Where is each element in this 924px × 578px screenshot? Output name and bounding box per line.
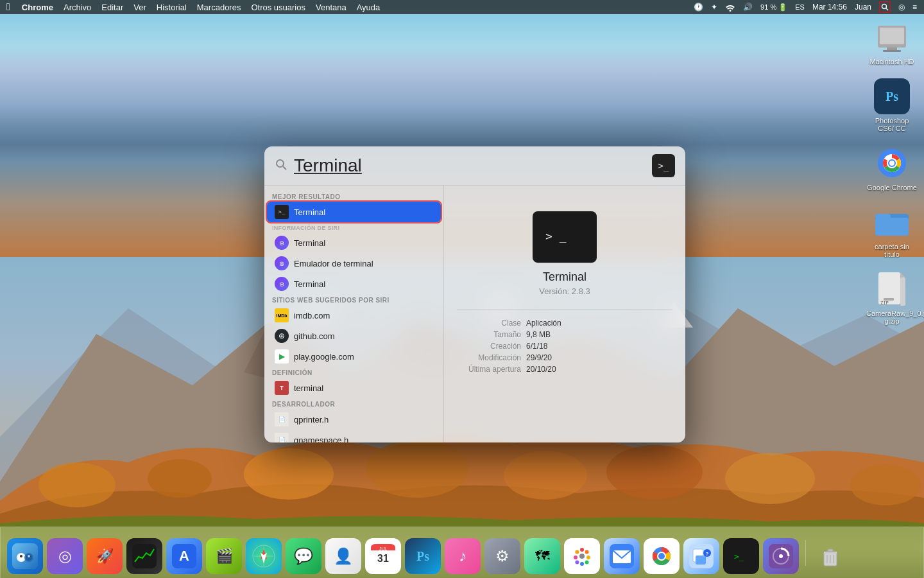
svg-point-60	[585, 550, 589, 554]
svg-point-62	[585, 561, 589, 565]
result-siri-label-3: Terminal	[294, 279, 325, 289]
dock-messages[interactable]: 💬 Mensajes	[286, 538, 321, 574]
bluetooth-icon[interactable]: ✦	[708, 0, 721, 14]
dock-istat[interactable]: iStatistica	[763, 538, 799, 574]
siri-button[interactable]: ◎	[895, 0, 908, 14]
menu-marcadores[interactable]: Marcadores	[192, 0, 246, 14]
desktop-icon-photoshop[interactable]: Ps Photoshop CS6/ CC	[866, 78, 918, 132]
time-machine-icon[interactable]: 🕐	[690, 0, 706, 14]
dock-safari[interactable]: Safari	[246, 538, 282, 574]
result-qnamespace[interactable]: 📄 qnamespace.h	[267, 430, 441, 442]
zip-icon: ZIP	[874, 271, 910, 307]
svg-rect-26	[875, 218, 909, 236]
dock-photos[interactable]: Fotos	[564, 538, 600, 574]
dock-terminal[interactable]: >_ Terminal	[723, 538, 759, 574]
dock-stocks[interactable]: Stocks	[126, 538, 162, 574]
svg-point-32	[277, 160, 284, 167]
apple-menu[interactable]: 	[0, 0, 17, 14]
dock-appstore[interactable]: A App Store	[166, 538, 202, 574]
language-flag[interactable]: ES	[792, 0, 808, 14]
photoshop-label: Photoshop CS6/ CC	[866, 117, 918, 132]
preview-app-icon: > _	[533, 211, 597, 263]
preview-row-created: Creación 6/1/18	[457, 340, 672, 352]
svg-point-42	[20, 555, 22, 557]
svg-point-43	[28, 555, 30, 557]
desktop-icon-cameraraw[interactable]: ZIP CameraRaw_9_0.p g.zip	[866, 271, 918, 325]
menu-archivo[interactable]: Archivo	[58, 0, 96, 14]
dock-siri[interactable]: ◎ Siri	[47, 538, 83, 574]
macintosh-hd-label: Macintosh HD	[869, 58, 914, 66]
menu-ventana[interactable]: Ventana	[311, 0, 352, 14]
dock-imovie[interactable]: 🎬 iMovie	[206, 538, 242, 574]
menubar:  Chrome Archivo Editar Ver Historial Ma…	[0, 0, 924, 14]
result-play-google[interactable]: ▶ play.google.com	[267, 346, 441, 367]
dock-chrome[interactable]: Chrome	[644, 538, 680, 574]
menu-ver[interactable]: Ver	[128, 0, 151, 14]
svg-text:?: ?	[706, 551, 709, 557]
spotlight-search-button[interactable]	[876, 0, 894, 14]
preview-key-class: Clase	[457, 319, 521, 328]
best-result-label: MEJOR RESULTADO	[264, 191, 443, 202]
battery-status[interactable]: 91 % 🔋	[757, 0, 791, 14]
result-terminal-best[interactable]: >_ Terminal	[267, 202, 441, 222]
result-imdb[interactable]: IMDb imdb.com	[267, 305, 441, 326]
dock-photoshop[interactable]: Ps Photoshop	[405, 538, 441, 574]
svg-point-82	[779, 554, 783, 558]
dock: Finder ◎ Siri 🚀 Launchpad Stocks A App S…	[0, 527, 924, 578]
result-siri-icon-3: ⊛	[275, 277, 289, 291]
wifi-icon[interactable]	[722, 0, 739, 14]
desktop-icon-chrome[interactable]: Google Chrome	[866, 145, 918, 191]
result-imdb-icon: IMDb	[275, 308, 289, 322]
result-qprinter[interactable]: 📄 qprinter.h	[267, 409, 441, 430]
siri-info-label: INFORMACIÓN DE SIRI	[264, 222, 443, 232]
result-qnamespace-label: qnamespace.h	[294, 435, 348, 443]
app-name[interactable]: Chrome	[17, 0, 58, 14]
result-siri-terminal-3[interactable]: ⊛ Terminal	[267, 274, 441, 294]
dock-trash[interactable]: Papelera	[812, 538, 848, 574]
volume-icon[interactable]: 🔊	[740, 0, 756, 14]
desktop-icon-macintosh-hd[interactable]: Macintosh HD	[866, 19, 918, 66]
result-siri-terminal-1[interactable]: ⊛ Terminal	[267, 232, 441, 253]
svg-rect-29	[900, 277, 905, 306]
result-play-icon: ▶	[275, 349, 289, 363]
svg-text:>_: >_	[734, 552, 744, 561]
dock-prefs[interactable]: ⚙ Preferencias	[484, 538, 520, 574]
result-def-terminal[interactable]: T terminal	[267, 378, 441, 398]
control-center[interactable]: ≡	[909, 0, 920, 14]
menu-ayuda[interactable]: Ayuda	[352, 0, 386, 14]
result-github-icon: ⊕	[275, 329, 289, 343]
result-qnamespace-icon: 📄	[275, 433, 289, 442]
result-siri-icon-2: ⊛	[275, 256, 289, 270]
svg-point-58	[579, 554, 585, 559]
dock-launchpad[interactable]: 🚀 Launchpad	[87, 538, 123, 574]
result-terminal-icon: >_	[275, 205, 289, 219]
result-siri-terminal-2[interactable]: ⊛ Emulador de terminal	[267, 253, 441, 274]
desktop-icon-folder[interactable]: carpeta sin título	[866, 204, 918, 258]
preview-val-size: 9,8 MB	[521, 330, 672, 339]
svg-point-59	[580, 548, 584, 552]
menu-otros[interactable]: Otros usuarios	[246, 0, 311, 14]
dock-contacts[interactable]: 👤 Contactos	[325, 538, 361, 574]
definition-label: DEFINICIÓN	[264, 367, 443, 378]
menu-editar[interactable]: Editar	[96, 0, 128, 14]
svg-point-64	[575, 561, 579, 565]
dock-music[interactable]: ♪ Música	[445, 538, 481, 574]
preview-val-modified: 29/9/20	[521, 353, 672, 362]
preview-key-created: Creación	[457, 342, 521, 351]
menu-historial[interactable]: Historial	[151, 0, 192, 14]
dock-mail[interactable]: Mail	[604, 538, 640, 574]
preview-details: Clase Aplicación Tamaño 9,8 MB Creación …	[457, 309, 672, 375]
dock-separator	[805, 540, 806, 566]
dock-maps[interactable]: 🗺 Mapas	[524, 538, 560, 574]
dock-calendar[interactable]: 31 JUL Calendario	[365, 538, 401, 574]
preview-key-size: Tamaño	[457, 330, 521, 339]
result-github[interactable]: ⊕ github.com	[267, 326, 441, 346]
spotlight-input[interactable]	[294, 155, 646, 176]
web-suggested-label: SITIOS WEB SUGERIDOS POR SIRI	[264, 294, 443, 305]
result-qprinter-label: qprinter.h	[294, 415, 329, 425]
preview-version: Versión: 2.8.3	[539, 286, 590, 296]
result-siri-label-2: Emulador de terminal	[294, 259, 373, 268]
dock-finder[interactable]: Finder	[7, 538, 43, 574]
spotlight-icon[interactable]	[879, 1, 891, 13]
dock-preview[interactable]: ? Preview	[683, 538, 719, 574]
